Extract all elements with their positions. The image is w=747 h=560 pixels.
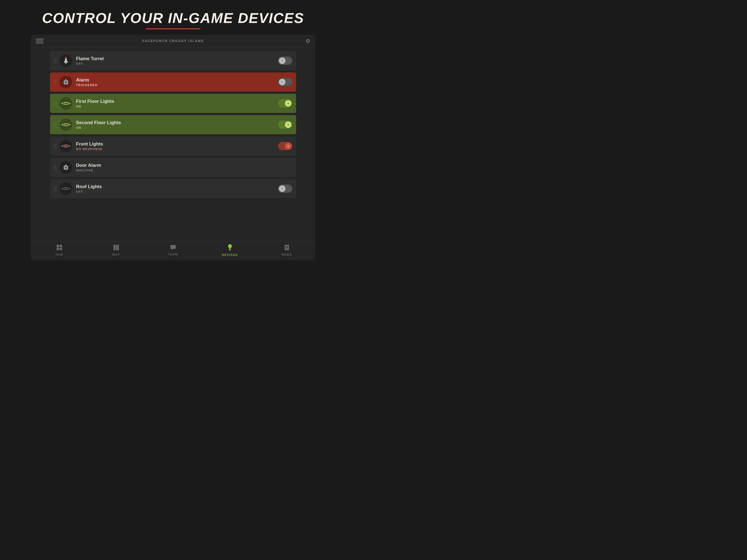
device-icon-front-lights [60,140,72,152]
svg-point-6 [65,79,67,81]
svg-point-10 [65,103,66,103]
svg-point-19 [65,164,67,166]
page-title: CONTROL YOUR IN-GAME DEVICES [42,10,304,26]
drag-handle-first-floor-lights [54,101,56,105]
nav-icon-team [170,245,176,252]
server-icon-bar-2 [36,41,44,42]
device-status-flame-turret: OFF [76,62,278,65]
device-info-front-lights: Front Lights NO RESPONSE [76,142,278,151]
svg-marker-28 [113,245,119,251]
svg-rect-34 [229,250,231,251]
device-toggle[interactable]: ✦ [278,57,292,65]
nav-item-hub[interactable]: HUB [48,245,70,256]
bottom-nav: HUB MAP TEAM DEVICES NEWS [31,241,315,260]
device-icon-alarm [60,76,72,88]
device-toggle[interactable]: ✕ [278,142,292,150]
nav-icon-devices [228,244,232,252]
device-status-door-alarm: INACTIVE [76,169,292,172]
svg-rect-33 [229,249,231,250]
title-underline [146,28,200,29]
device-toggle[interactable]: ✦ [278,121,292,129]
drag-handle-second-floor-lights [54,123,56,127]
nav-icon-map [113,245,119,252]
svg-point-13 [65,124,66,124]
devices-list: Flame Turret OFF ✦ Alarm TRIGGERED [31,47,315,241]
device-name-second-floor-lights: Second Floor Lights [76,120,278,126]
page-header: CONTROL YOUR IN-GAME DEVICES [0,0,346,35]
device-name-door-alarm: Door Alarm [76,163,292,168]
device-row-roof-lights[interactable]: Roof Lights OFF ✦ [50,179,296,198]
svg-rect-24 [57,245,59,247]
nav-icon-news [284,245,289,252]
nav-label-hub: HUB [55,253,63,256]
device-status-alarm: TRIGGERED [76,83,278,87]
server-name: FACEPUNCH CRAGGY ISLAND [143,39,204,43]
svg-rect-38 [285,248,287,249]
device-row-second-floor-lights[interactable]: Second Floor Lights ON ✦ [50,115,296,134]
svg-point-2 [65,62,67,64]
device-name-roof-lights: Roof Lights [76,184,278,189]
svg-rect-37 [285,247,288,248]
server-icon [36,39,44,44]
svg-rect-26 [57,248,59,250]
device-icon-second-floor-lights [60,119,72,131]
device-info-alarm: Alarm TRIGGERED [76,77,278,87]
drag-handle-flame-turret [54,59,56,63]
drag-handle-alarm [54,80,56,84]
gear-icon: ⚙ [305,38,310,44]
nav-item-team[interactable]: TEAM [162,245,184,256]
svg-rect-27 [60,248,62,250]
device-row-door-alarm[interactable]: Door Alarm INACTIVE [50,158,296,177]
svg-rect-36 [285,246,288,247]
device-icon-door-alarm [60,161,72,174]
device-status-front-lights: NO RESPONSE [76,147,278,151]
server-icon-bar-3 [36,42,44,44]
device-row-flame-turret[interactable]: Flame Turret OFF ✦ [50,51,296,70]
main-panel: FACEPUNCH CRAGGY ISLAND ⚙ Flame Turret O… [31,35,315,260]
panel-header: FACEPUNCH CRAGGY ISLAND ⚙ [31,35,315,47]
svg-rect-25 [60,245,62,247]
svg-marker-32 [171,249,173,250]
device-status-second-floor-lights: ON [76,126,278,129]
device-row-alarm[interactable]: Alarm TRIGGERED ✦ [50,73,296,92]
drag-handle-door-alarm [54,166,56,170]
device-name-flame-turret: Flame Turret [76,56,278,61]
drag-handle-front-lights [54,144,56,148]
device-icon-first-floor-lights [60,97,72,110]
device-name-alarm: Alarm [76,77,278,83]
device-info-flame-turret: Flame Turret OFF [76,56,278,65]
device-toggle[interactable]: ✦ [278,99,292,107]
device-row-front-lights[interactable]: Front Lights NO RESPONSE ✕ [50,136,296,156]
svg-point-23 [65,188,66,188]
nav-icon-hub [56,245,62,252]
device-info-door-alarm: Door Alarm INACTIVE [76,163,292,172]
device-toggle[interactable]: ✦ [278,78,292,86]
svg-rect-3 [66,57,67,59]
svg-rect-5 [65,81,67,83]
device-status-first-floor-lights: ON [76,105,278,108]
svg-point-16 [65,145,66,146]
nav-label-news: NEWS [282,253,292,256]
device-name-first-floor-lights: First Floor Lights [76,99,278,104]
device-info-first-floor-lights: First Floor Lights ON [76,99,278,108]
nav-item-map[interactable]: MAP [105,245,127,256]
device-info-roof-lights: Roof Lights OFF [76,184,278,193]
device-row-first-floor-lights[interactable]: First Floor Lights ON ✦ [50,94,296,113]
device-name-front-lights: Front Lights [76,142,278,147]
drag-handle-roof-lights [54,187,56,191]
svg-rect-18 [65,167,67,169]
nav-item-news[interactable]: NEWS [276,245,298,256]
device-toggle[interactable]: ✦ [278,184,292,193]
nav-item-devices[interactable]: DEVICES [219,244,241,256]
device-icon-roof-lights [60,182,72,195]
nav-label-devices: DEVICES [222,253,238,256]
nav-label-map: MAP [112,253,120,256]
nav-label-team: TEAM [168,253,178,256]
device-icon-flame-turret [60,54,72,67]
settings-button[interactable]: ⚙ [305,38,310,44]
svg-rect-31 [170,245,176,249]
device-info-second-floor-lights: Second Floor Lights ON [76,120,278,129]
svg-rect-20 [66,170,66,170]
server-icon-bar-1 [36,39,44,40]
svg-rect-7 [66,84,66,85]
